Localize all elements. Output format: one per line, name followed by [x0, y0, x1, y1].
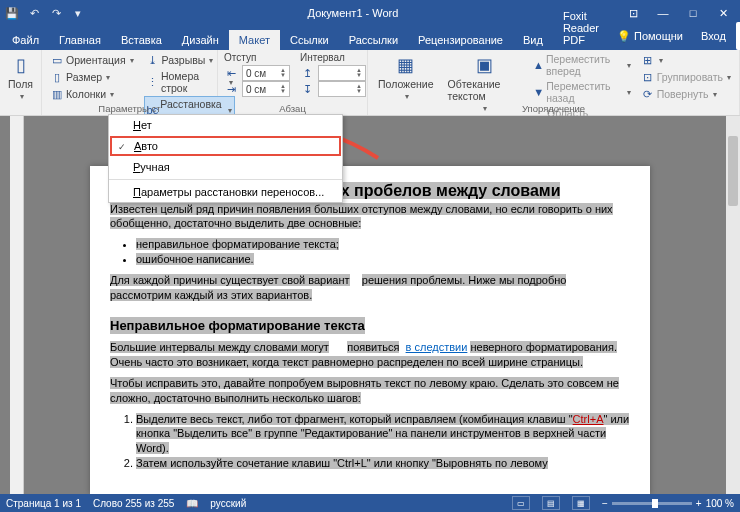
vertical-scrollbar[interactable] — [726, 116, 740, 494]
wrap-icon: ▣ — [470, 54, 498, 76]
tab-foxit[interactable]: Foxit Reader PDF — [553, 6, 609, 50]
zoom-in-button[interactable]: + — [696, 498, 702, 509]
group-arrange: ▦Положение ▣Обтекание текстом ▲Перемести… — [368, 50, 740, 115]
breaks-icon: ⤓ — [146, 53, 160, 67]
forward-icon: ▲ — [533, 58, 544, 72]
zoom-out-button[interactable]: − — [602, 498, 608, 509]
rotate-icon: ⟳ — [641, 87, 655, 101]
spacing-before-icon: ↥ — [300, 66, 314, 80]
group-label: Параметры ст — [42, 103, 217, 114]
tab-home[interactable]: Главная — [49, 30, 111, 50]
columns-button[interactable]: ▥Колонки — [48, 86, 136, 102]
backward-icon: ▼ — [533, 85, 544, 99]
indent-right-spinner[interactable]: 0 см▲▼ — [242, 81, 290, 97]
tab-view[interactable]: Вид — [513, 30, 553, 50]
status-wordcount[interactable]: Слово 255 из 255 — [93, 498, 174, 509]
indent-right-icon: ⇥ — [224, 82, 238, 96]
group-page-setup: ▭Ориентация ▯Размер ▥Колонки ⤓Разрывы ⋮Н… — [42, 50, 218, 115]
zoom-slider[interactable] — [612, 502, 692, 505]
maximize-icon[interactable]: □ — [680, 3, 706, 23]
margins-button[interactable]: ▯ Поля — [6, 52, 35, 103]
tab-insert[interactable]: Вставка — [111, 30, 172, 50]
ribbon: ▯ Поля ▭Ориентация ▯Размер ▥Колонки ⤓Раз… — [0, 50, 740, 116]
status-proofing-icon[interactable]: 📖 — [186, 498, 198, 509]
group-objects-button[interactable]: ⊡Группировать — [639, 69, 733, 85]
document-page[interactable]: Причины появления больших пробелов между… — [90, 166, 650, 494]
spacing-after-icon: ↧ — [300, 82, 314, 96]
group-label: Упорядочение — [368, 103, 739, 114]
align-button[interactable]: ⊞ — [639, 52, 733, 68]
size-button[interactable]: ▯Размер — [48, 69, 136, 85]
send-backward-button[interactable]: ▼Переместить назад — [531, 79, 633, 105]
window-controls: ⊡ — □ ✕ — [620, 3, 736, 23]
group-margins: ▯ Поля — [0, 50, 42, 115]
dropdown-item-none[interactable]: Нет — [109, 115, 342, 135]
group-label: Абзац — [218, 103, 367, 114]
save-icon[interactable]: 💾 — [4, 5, 20, 21]
quick-access-toolbar: 💾 ↶ ↷ ▾ — [4, 5, 86, 21]
position-icon: ▦ — [392, 54, 420, 76]
doc-subheading: Неправильное форматирование текста — [110, 317, 365, 335]
ribbon-tabs: Файл Главная Вставка Дизайн Макет Ссылки… — [0, 26, 740, 50]
dropdown-item-manual[interactable]: Ручная — [109, 157, 342, 177]
view-read-icon[interactable]: ▭ — [512, 496, 530, 510]
check-icon: ✓ — [118, 142, 126, 152]
bring-forward-button[interactable]: ▲Переместить вперед — [531, 52, 633, 78]
signin-button[interactable]: Вход — [693, 27, 734, 45]
scrollbar-thumb[interactable] — [728, 136, 738, 206]
window-title: Документ1 - Word — [86, 7, 620, 19]
group-paragraph: Отступ ⇤0 см▲▼ ⇥0 см▲▼ Интервал ↥▲▼ ↧▲▼ … — [218, 50, 368, 115]
zoom-level[interactable]: 100 % — [706, 498, 734, 509]
tab-review[interactable]: Рецензирование — [408, 30, 513, 50]
tab-file[interactable]: Файл — [2, 30, 49, 50]
tab-mailings[interactable]: Рассылки — [339, 30, 408, 50]
columns-icon: ▥ — [50, 87, 64, 101]
tab-layout[interactable]: Макет — [229, 30, 280, 50]
indent-left-spinner[interactable]: 0 см▲▼ — [242, 65, 290, 81]
orientation-icon: ▭ — [50, 53, 64, 67]
tab-references[interactable]: Ссылки — [280, 30, 339, 50]
doc-hyperlink[interactable]: в следствии — [406, 341, 468, 353]
lightbulb-icon: 💡 — [617, 30, 631, 43]
tell-me[interactable]: 💡Помощни — [609, 27, 691, 46]
spacing-before-spinner[interactable]: ▲▼ — [318, 65, 366, 81]
view-web-icon[interactable]: ▦ — [572, 496, 590, 510]
zoom-control: − + 100 % — [602, 498, 734, 509]
orientation-button[interactable]: ▭Ориентация — [48, 52, 136, 68]
tab-design[interactable]: Дизайн — [172, 30, 229, 50]
dropdown-item-options[interactable]: Параметры расстановки переносов... — [109, 182, 342, 202]
spacing-after-spinner[interactable]: ▲▼ — [318, 81, 366, 97]
status-page[interactable]: Страница 1 из 1 — [6, 498, 81, 509]
minimize-icon[interactable]: — — [650, 3, 676, 23]
align-icon: ⊞ — [641, 53, 655, 67]
margins-icon: ▯ — [7, 54, 35, 76]
view-print-icon[interactable]: ▤ — [542, 496, 560, 510]
hyphenation-dropdown: Нет ✓Авто Ручная Параметры расстановки п… — [108, 114, 343, 203]
indent-left-icon: ⇤ — [224, 66, 238, 80]
customize-qat-icon[interactable]: ▾ — [70, 5, 86, 21]
size-icon: ▯ — [50, 70, 64, 84]
dropdown-item-auto[interactable]: ✓Авто — [110, 136, 341, 156]
share-button[interactable]: 👤Общий доступ — [736, 22, 740, 50]
group-icon: ⊡ — [641, 70, 655, 84]
status-language[interactable]: русский — [210, 498, 246, 509]
rotate-button[interactable]: ⟳Повернуть — [639, 86, 733, 102]
ribbon-display-icon[interactable]: ⊡ — [620, 3, 646, 23]
undo-icon[interactable]: ↶ — [26, 5, 42, 21]
dropdown-separator — [109, 179, 342, 180]
redo-icon[interactable]: ↷ — [48, 5, 64, 21]
linenumbers-icon: ⋮ — [146, 75, 159, 89]
statusbar: Страница 1 из 1 Слово 255 из 255 📖 русск… — [0, 494, 740, 512]
vertical-ruler[interactable] — [10, 116, 24, 494]
close-icon[interactable]: ✕ — [710, 3, 736, 23]
